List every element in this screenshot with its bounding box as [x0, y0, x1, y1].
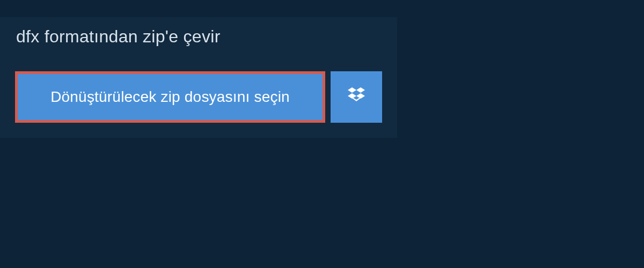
choose-file-label: Dönüştürülecek zip dosyasını seçin	[50, 88, 290, 106]
converter-panel: dfx formatından zip'e çevir Dönüştürülec…	[0, 17, 397, 138]
page-title: dfx formatından zip'e çevir	[16, 27, 221, 46]
choose-file-button[interactable]: Dönüştürülecek zip dosyasını seçin	[15, 71, 325, 123]
upload-row: Dönüştürülecek zip dosyasını seçin	[0, 56, 397, 138]
tab-header: dfx formatından zip'e çevir	[0, 17, 237, 56]
dropbox-button[interactable]	[331, 71, 382, 123]
dropbox-icon	[346, 85, 367, 109]
